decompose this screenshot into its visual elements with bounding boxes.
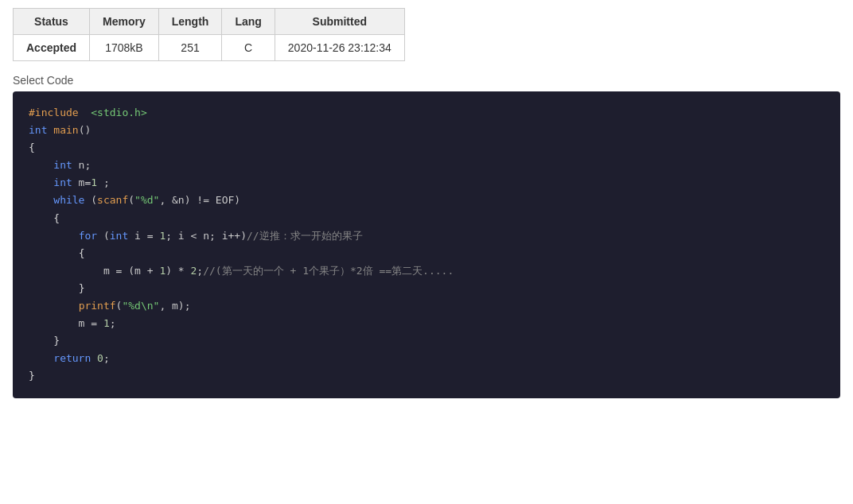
col-header-submitted: Submitted <box>275 9 404 35</box>
lang-cell: C <box>222 35 275 61</box>
code-content: #include <stdio.h> int main() { int n; i… <box>29 104 824 386</box>
status-cell: Accepted <box>14 35 90 61</box>
select-code-label: Select Code <box>13 74 840 87</box>
col-header-status: Status <box>14 9 90 35</box>
code-block[interactable]: #include <stdio.h> int main() { int n; i… <box>13 91 840 398</box>
submission-table: Status Memory Length Lang Submitted Acce… <box>13 8 405 61</box>
length-cell: 251 <box>158 35 222 61</box>
memory-cell: 1708kB <box>90 35 159 61</box>
submitted-cell: 2020-11-26 23:12:34 <box>275 35 404 61</box>
table-row: Accepted 1708kB 251 C 2020-11-26 23:12:3… <box>14 35 405 61</box>
col-header-lang: Lang <box>222 9 275 35</box>
col-header-length: Length <box>158 9 222 35</box>
col-header-memory: Memory <box>90 9 159 35</box>
